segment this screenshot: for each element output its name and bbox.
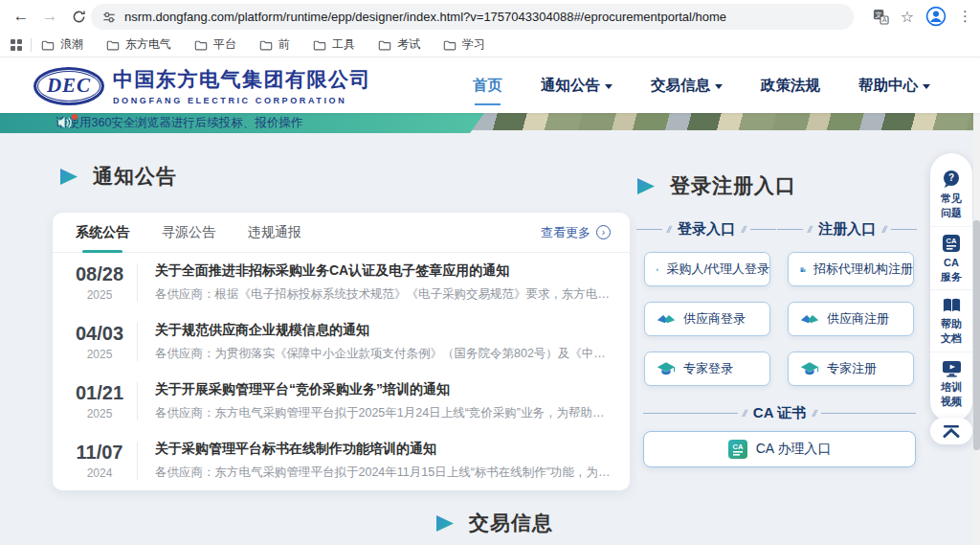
button-label: 专家登录 — [683, 360, 733, 377]
purchaser-agent-login-button[interactable]: 采购人/代理人登录 — [644, 252, 770, 286]
graduation-cap-icon — [800, 361, 819, 376]
chevron-right-circle-icon: › — [596, 225, 611, 239]
trade-section-title: 交易信息 — [435, 510, 553, 536]
decorative-slashes: // — [807, 224, 813, 235]
profile-avatar[interactable] — [925, 6, 947, 27]
login-title-text: 登录注册入口 — [670, 172, 796, 199]
notice-date-year: 2025 — [62, 407, 137, 420]
notice-desc: 各供应商：根据《电子招标投标系统技术规范》《电子采购交易规范》要求，东方电气采购… — [155, 286, 614, 303]
tab-system-notices[interactable]: 系统公告 — [76, 213, 129, 253]
chevron-down-icon — [715, 84, 723, 89]
tab-label: 寻源公告 — [162, 224, 215, 241]
decorative-slashes: // — [881, 224, 887, 235]
reload-icon[interactable] — [67, 5, 90, 28]
supplier-register-button[interactable]: 供应商注册 — [788, 302, 914, 336]
browser-notice-ticker: 请使用360安全浏览器进行后续投标、报价操作 — [0, 113, 484, 133]
site-settings-icon[interactable] — [102, 11, 116, 24]
building-icon — [657, 261, 658, 278]
bookmark-label: 学习 — [462, 36, 485, 53]
view-more-label: 查看更多 — [541, 224, 590, 241]
tab-label: 违规通报 — [248, 224, 301, 241]
company-logo[interactable]: DEC 中国东方电气集团有限公司 DONGFANG ELECTRIC CORPO… — [33, 66, 371, 105]
notification-dot — [72, 114, 78, 120]
sidebar-item-faq[interactable]: ? 常见问题 — [930, 163, 972, 226]
sidebar-item-help-docs[interactable]: 帮助文档 — [930, 289, 972, 352]
folder-icon — [194, 39, 208, 51]
apps-grid-icon[interactable] — [10, 38, 23, 52]
bookmark-folder-qian[interactable]: 前 — [259, 36, 290, 53]
notice-list: 08/28 2025 关于全面推进非招标采购业务CA认证及电子签章应用的通知 各… — [53, 253, 630, 490]
svg-text:CA: CA — [732, 443, 743, 451]
url-bar[interactable]: nsrm.dongfang.com/platform/runtime/epp/d… — [91, 4, 854, 30]
bidding-agency-register-button[interactable]: 招标代理机构注册 — [788, 252, 914, 286]
view-more-link[interactable]: 查看更多 › — [541, 224, 611, 241]
notice-date-year: 2025 — [62, 288, 137, 302]
nav-item-policies[interactable]: 政策法规 — [761, 70, 820, 102]
toolbar-right-icons: 文 A ☆ ⋮ — [873, 0, 972, 33]
decorative-slashes: // — [741, 224, 746, 235]
notice-row[interactable]: 04/03 2025 关于规范供应商企业规模信息的通知 各供应商：为贯彻落实《保… — [53, 312, 630, 372]
notice-row[interactable]: 08/28 2025 关于全面推进非招标采购业务CA认证及电子签章应用的通知 各… — [53, 253, 630, 312]
svg-text:?: ? — [948, 172, 954, 183]
bookmark-folder-pingtai[interactable]: 平台 — [194, 36, 236, 53]
nav-item-help-center[interactable]: 帮助中心 — [858, 70, 930, 102]
bookmark-folder-dongfang[interactable]: 东方电气 — [106, 36, 171, 53]
forward-icon[interactable]: → — [38, 5, 61, 28]
ca-header-label: CA 证书 — [751, 404, 808, 422]
notice-row[interactable]: 01/21 2025 关于开展采购管理平台“竞价采购业务”培训的通知 各供应商：… — [53, 372, 630, 431]
bookmark-folder-gongju[interactable]: 工具 — [313, 36, 355, 53]
decorative-slashes: // — [742, 408, 747, 419]
notice-date: 04/03 2025 — [62, 323, 137, 361]
sidebar-item-training-videos[interactable]: 培训视频 — [930, 352, 972, 415]
translate-icon[interactable]: 文 A — [873, 9, 889, 25]
login-header-label: 登录入口 — [676, 220, 737, 238]
building-icon — [800, 261, 806, 278]
expert-register-button[interactable]: 专家注册 — [788, 352, 914, 386]
notice-row[interactable]: 11/07 2024 关于采购管理平台标书在线制作功能培训的通知 各供应商：东方… — [53, 431, 630, 490]
dec-logo-oval: DEC — [33, 67, 104, 105]
nav-item-home[interactable]: 首页 — [473, 70, 502, 102]
notice-date: 11/07 2024 — [62, 442, 137, 480]
folder-icon — [106, 39, 120, 51]
tab-sourcing-notices[interactable]: 寻源公告 — [162, 213, 215, 253]
back-icon[interactable]: ← — [10, 5, 33, 28]
browser-menu-icon[interactable]: ⋮ — [958, 8, 972, 25]
notice-date: 08/28 2025 — [62, 263, 137, 302]
notice-title: 关于全面推进非招标采购业务CA认证及电子签章应用的通知 — [155, 262, 614, 280]
ca-apply-button[interactable]: CA CA 办理入口 — [643, 431, 916, 467]
notice-date: 01/21 2025 — [62, 382, 137, 420]
nav-item-trade-info[interactable]: 交易信息 — [651, 70, 723, 102]
folder-icon — [378, 39, 391, 51]
back-to-top-button[interactable] — [930, 418, 972, 444]
sidebar-item-label: 培训视频 — [941, 380, 962, 409]
notice-date-md: 01/21 — [62, 382, 137, 404]
handshake-icon — [657, 312, 676, 327]
chevron-down-icon — [605, 84, 612, 89]
divider — [137, 323, 138, 361]
notice-date-year: 2024 — [62, 466, 137, 480]
decorative-line — [821, 413, 916, 414]
decorative-slashes: // — [812, 408, 817, 419]
tab-violation-reports[interactable]: 违规通报 — [248, 213, 301, 253]
ca-badge-icon: CA — [728, 440, 747, 459]
bookmark-label: 平台 — [213, 36, 236, 53]
trade-title-text: 交易信息 — [469, 510, 553, 536]
company-name-cn: 中国东方电气集团有限公司 — [113, 66, 371, 93]
reload-glyph — [72, 10, 86, 24]
folder-icon — [313, 39, 326, 51]
sidebar-item-ca-service[interactable]: CA CA服务 — [930, 226, 972, 290]
section-arrow-icon — [59, 168, 78, 186]
nav-item-notices[interactable]: 通知公告 — [541, 70, 612, 102]
bookmark-star-icon[interactable]: ☆ — [901, 8, 914, 26]
bookmark-folder-xuexi[interactable]: 学习 — [443, 36, 485, 53]
expert-login-button[interactable]: 专家登录 — [644, 352, 770, 386]
bookmarks-bar: 浪潮 东方电气 平台 前 工具 考试 学习 — [0, 33, 980, 57]
bookmark-label: 工具 — [332, 36, 355, 53]
supplier-login-button[interactable]: 供应商登录 — [644, 302, 770, 336]
notice-desc: 各供应商：东方电气采购管理平台拟于2025年1月24日上线“竞价采购”业务，为帮… — [155, 405, 614, 421]
bookmark-folder-kaoshi[interactable]: 考试 — [378, 36, 420, 53]
sidebar-item-label: 帮助文档 — [941, 317, 962, 346]
dec-logo-text: DEC — [47, 74, 91, 98]
bookmark-folder-langchao[interactable]: 浪潮 — [41, 36, 83, 53]
scrollbar-thumb[interactable] — [973, 220, 980, 450]
